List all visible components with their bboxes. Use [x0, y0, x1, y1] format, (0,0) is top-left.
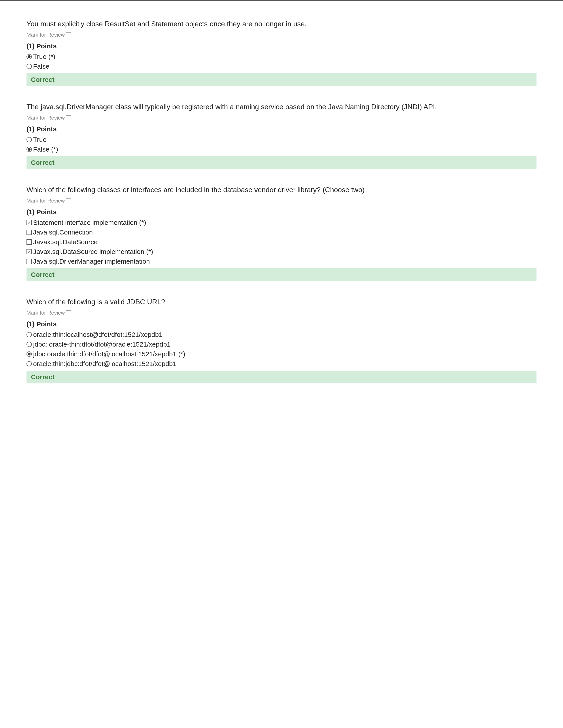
q4-label-1: oracle:thin:localhost@dfot/dfot:1521/xep… [33, 331, 162, 338]
question-2-points: (1) Points [26, 125, 537, 133]
q2-option-true[interactable]: True [26, 136, 537, 143]
mark-for-review-checkbox-4[interactable] [66, 310, 71, 315]
q2-correct-banner: Correct [26, 156, 537, 169]
question-2-text: The java.sql.DriverManager class will ty… [26, 101, 537, 112]
q3-option-4[interactable]: Javax.sql.DataSource implementation (*) [26, 248, 537, 255]
q4-correct-banner: Correct [26, 371, 537, 383]
q3-label-2: Java.sql.Connection [33, 229, 93, 236]
q4-option-3[interactable]: jdbc:oracle:thin:dfot/dfot@localhost:152… [26, 350, 537, 358]
mark-for-review-checkbox-1[interactable] [66, 32, 71, 37]
mark-for-review-checkbox-3[interactable] [66, 198, 71, 203]
q3-checkbox-5[interactable] [26, 259, 32, 264]
q2-label-false: False (*) [33, 146, 58, 153]
q4-label-3: jdbc:oracle:thin:dfot/dfot@localhost:152… [33, 350, 185, 358]
question-1-points: (1) Points [26, 42, 537, 50]
q3-checkbox-1[interactable] [26, 220, 32, 225]
q4-label-4: oracle:thin:jdbc:dfot/dfot@localhost:152… [33, 360, 176, 368]
mark-for-review-1[interactable]: Mark for Review [26, 32, 537, 38]
q1-option-false[interactable]: False [26, 63, 537, 70]
q1-label-true: True (*) [33, 53, 55, 60]
question-block-2: The java.sql.DriverManager class will ty… [26, 101, 537, 169]
q4-option-4[interactable]: oracle:thin:jdbc:dfot/dfot@localhost:152… [26, 360, 537, 368]
q3-option-3[interactable]: Javax.sql.DataSource [26, 238, 537, 246]
q3-label-5: Java.sql.DriverManager implementation [33, 258, 150, 265]
q4-radio-3[interactable] [26, 351, 32, 357]
q3-option-5[interactable]: Java.sql.DriverManager implementation [26, 258, 537, 265]
page-content: You must explicitly close ResultSet and … [0, 19, 563, 383]
question-block-1: You must explicitly close ResultSet and … [26, 19, 537, 86]
question-block-3: Which of the following classes or interf… [26, 184, 537, 281]
q2-label-true: True [33, 136, 47, 143]
question-3-points: (1) Points [26, 208, 537, 216]
mark-for-review-label-2: Mark for Review [26, 115, 65, 121]
q1-radio-false[interactable] [26, 64, 32, 69]
mark-for-review-label-1: Mark for Review [26, 32, 65, 38]
q3-checkbox-4[interactable] [26, 249, 32, 254]
mark-for-review-3[interactable]: Mark for Review [26, 198, 537, 204]
q3-checkbox-3[interactable] [26, 239, 32, 245]
q2-option-false[interactable]: False (*) [26, 146, 537, 153]
q3-label-1: Statement interface implementation (*) [33, 219, 146, 226]
q4-label-2: jdbc::oracle-thin:dfot/dfot@oracle:1521/… [33, 341, 171, 348]
mark-for-review-4[interactable]: Mark for Review [26, 310, 537, 316]
mark-for-review-2[interactable]: Mark for Review [26, 115, 537, 121]
question-block-4: Which of the following is a valid JDBC U… [26, 296, 537, 383]
q1-radio-true[interactable] [26, 54, 32, 59]
question-4-points: (1) Points [26, 320, 537, 328]
q3-option-2[interactable]: Java.sql.Connection [26, 229, 537, 236]
top-border [0, 0, 563, 1]
q1-label-false: False [33, 63, 49, 70]
mark-for-review-label-3: Mark for Review [26, 198, 65, 204]
question-1-text: You must explicitly close ResultSet and … [26, 19, 537, 29]
question-4-text: Which of the following is a valid JDBC U… [26, 296, 537, 307]
q1-correct-banner: Correct [26, 73, 537, 86]
q2-radio-true[interactable] [26, 137, 32, 142]
q3-label-4: Javax.sql.DataSource implementation (*) [33, 248, 153, 255]
q3-label-3: Javax.sql.DataSource [33, 238, 98, 246]
q4-radio-2[interactable] [26, 342, 32, 347]
q4-radio-1[interactable] [26, 332, 32, 337]
q4-radio-4[interactable] [26, 361, 32, 366]
q1-option-true[interactable]: True (*) [26, 53, 537, 60]
q4-option-1[interactable]: oracle:thin:localhost@dfot/dfot:1521/xep… [26, 331, 537, 338]
q2-radio-false[interactable] [26, 147, 32, 152]
q3-checkbox-2[interactable] [26, 230, 32, 235]
q3-correct-banner: Correct [26, 268, 537, 281]
question-3-text: Which of the following classes or interf… [26, 184, 537, 195]
q4-option-2[interactable]: jdbc::oracle-thin:dfot/dfot@oracle:1521/… [26, 341, 537, 348]
mark-for-review-label-4: Mark for Review [26, 310, 65, 316]
q3-option-1[interactable]: Statement interface implementation (*) [26, 219, 537, 226]
mark-for-review-checkbox-2[interactable] [66, 115, 71, 120]
